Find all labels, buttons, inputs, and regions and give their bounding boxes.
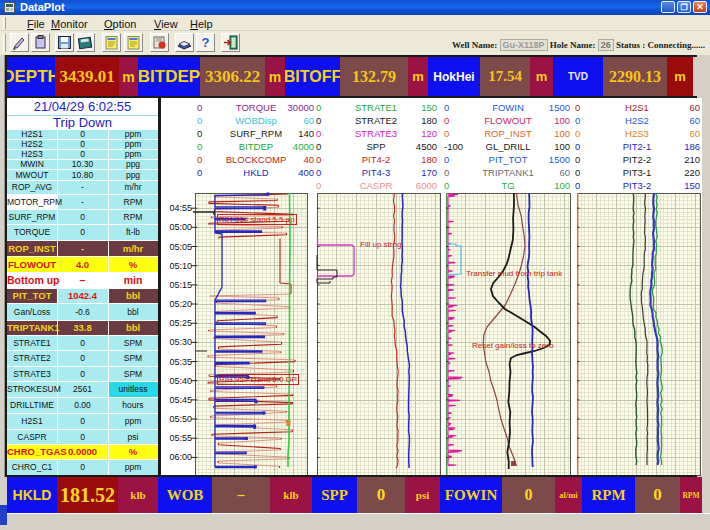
svg-text:?: ? bbox=[202, 35, 210, 50]
